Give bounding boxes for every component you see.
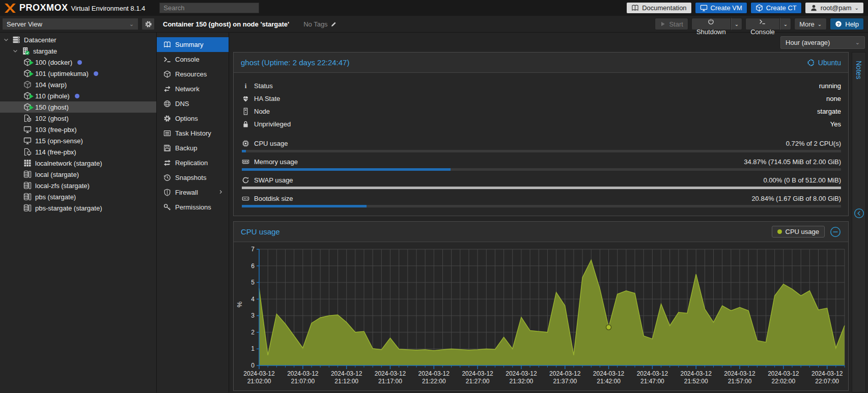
menu-label: Firewall <box>175 189 198 196</box>
power-icon <box>708 18 714 25</box>
search-input[interactable] <box>159 3 259 13</box>
gear-icon <box>145 20 152 28</box>
tree-item-ct-101[interactable]: 101 (uptimekuma) <box>0 68 156 79</box>
tree-item-vm-114-template[interactable]: 114 (free-pbx) <box>0 146 156 158</box>
tree-item-ct-110[interactable]: 110 (pihole) <box>0 90 156 101</box>
time-range-label: Hour (average) <box>786 39 830 46</box>
memory-icon <box>242 158 249 166</box>
proxmox-x-icon <box>4 3 16 13</box>
create-vm-button[interactable]: Create VM <box>695 2 747 14</box>
create-ct-label: Create CT <box>766 4 797 12</box>
tree-item-storage-local[interactable]: local (stargate) <box>0 169 156 180</box>
notes-tab[interactable]: Notes <box>855 56 863 80</box>
tab-task-history[interactable]: Task History <box>157 126 229 141</box>
running-play-icon <box>30 94 34 99</box>
tree-item-localnetwork[interactable]: localnetwork (stargate) <box>0 158 156 169</box>
toolbar: Server View ⌄ Container 150 (ghost) on n… <box>0 16 868 33</box>
svg-text:2024-03-12: 2024-03-12 <box>375 370 406 377</box>
svg-text:2024-03-12: 2024-03-12 <box>593 370 625 377</box>
menu-label: Network <box>175 85 200 93</box>
tree-item-vm-115[interactable]: 115 (opn-sense) <box>0 135 156 146</box>
tree-item-ct-104[interactable]: 104 (warp) <box>0 79 156 90</box>
tree-item-vm-103[interactable]: 103 (free-pbx) <box>0 124 156 135</box>
tree-item-ct-150[interactable]: 150 (ghost) <box>0 101 156 113</box>
tab-backup[interactable]: Backup <box>157 141 229 155</box>
question-icon <box>835 20 842 28</box>
tab-permissions[interactable]: Permissions <box>157 200 229 215</box>
user-menu-button[interactable]: root@pam ⌄ <box>805 2 864 14</box>
help-button[interactable]: Help <box>830 18 864 30</box>
tab-dns[interactable]: DNS <box>157 96 229 111</box>
shutdown-dropdown-button[interactable]: ⌄ <box>731 18 742 30</box>
console-dropdown-button[interactable]: ⌄ <box>780 18 791 30</box>
tree-item-storage-local-zfs[interactable]: local-zfs (stargate) <box>0 180 156 191</box>
tab-snapshots[interactable]: Snapshots <box>157 170 229 185</box>
ha-state-row: HA State none <box>242 92 841 105</box>
row-label: CPU usage <box>254 140 288 147</box>
pencil-icon[interactable] <box>330 21 337 28</box>
tab-options[interactable]: Options <box>157 111 229 126</box>
more-button[interactable]: More ⌄ <box>794 18 827 30</box>
svg-text:21:22:00: 21:22:00 <box>422 378 446 385</box>
server-tower-icon <box>242 108 249 115</box>
lxc-stopped-icon <box>23 81 32 89</box>
vm-stopped-icon <box>23 125 32 134</box>
svg-text:2024-03-12: 2024-03-12 <box>418 370 450 377</box>
tree-item-label: 114 (free-pbx) <box>35 148 76 156</box>
tree-item-label: 101 (uptimekuma) <box>35 70 89 77</box>
status-value: running <box>819 82 841 90</box>
tree-item-storage-pbs[interactable]: pbs (stargate) <box>0 191 156 202</box>
tab-firewall[interactable]: Firewall <box>157 185 229 200</box>
tab-resources[interactable]: Resources <box>157 67 229 82</box>
caret-down-icon[interactable] <box>12 48 18 54</box>
tag-dot <box>75 94 79 98</box>
svg-text:2: 2 <box>251 329 255 336</box>
tree-item-ct-100[interactable]: 100 (docker) <box>0 57 156 68</box>
view-settings-button[interactable] <box>142 18 155 30</box>
tab-summary[interactable]: Summary <box>157 37 229 52</box>
svg-text:22:02:00: 22:02:00 <box>771 378 795 385</box>
swap-arrows-icon <box>163 85 171 93</box>
svg-text:6: 6 <box>251 263 255 270</box>
tree-item-ct-102-template[interactable]: 102 (ghost) <box>0 113 156 124</box>
svg-text:21:02:00: 21:02:00 <box>247 378 271 385</box>
menu-label: Replication <box>175 159 208 167</box>
cpu-icon <box>242 140 249 147</box>
svg-text:2024-03-12: 2024-03-12 <box>637 370 668 377</box>
create-ct-button[interactable]: Create CT <box>750 2 802 14</box>
tab-replication[interactable]: Replication <box>157 155 229 170</box>
start-label: Start <box>669 20 683 28</box>
tab-console[interactable]: Console <box>157 52 229 67</box>
view-mode-select[interactable]: Server View ⌄ <box>2 18 138 30</box>
ubuntu-icon <box>807 59 815 67</box>
chevron-down-icon: ⌄ <box>783 21 788 27</box>
tags-area: No Tags <box>303 20 337 28</box>
storage-icon <box>23 181 32 190</box>
floppy-icon <box>163 144 171 152</box>
tree-item-label: stargate <box>33 47 57 55</box>
cpu-usage-chart[interactable]: 012345672024-03-1221:02:002024-03-1221:0… <box>236 244 850 389</box>
tab-network[interactable]: Network <box>157 82 229 96</box>
start-button[interactable]: Start <box>655 18 688 30</box>
caret-down-icon[interactable] <box>3 37 9 43</box>
tree-item-datacenter[interactable]: Datacenter <box>0 34 156 45</box>
tree-item-label: pbs (stargate) <box>35 193 76 201</box>
tree-item-label: 150 (ghost) <box>35 103 69 111</box>
tree-item-label: Datacenter <box>24 36 57 44</box>
time-range-select[interactable]: Hour (average) ⌄ <box>780 36 865 49</box>
ha-state-value: none <box>826 95 841 102</box>
person-icon <box>810 4 818 12</box>
notes-panel-collapsed: Notes <box>852 52 866 392</box>
tree-item-node-stargate[interactable]: stargate <box>0 45 156 57</box>
bootdisk-row: Bootdisk size 20.84% (1.67 GiB of 8.00 G… <box>242 193 841 207</box>
svg-text:2024-03-12: 2024-03-12 <box>681 370 712 377</box>
documentation-button[interactable]: Documentation <box>626 2 691 14</box>
key-icon <box>163 203 171 211</box>
collapse-chart-icon[interactable] <box>830 226 841 238</box>
chart-legend-button[interactable]: CPU usage <box>772 226 825 238</box>
tree-item-label: 115 (opn-sense) <box>35 137 83 145</box>
tree-item-storage-pbs-stargate[interactable]: pbs-stargate (stargate) <box>0 202 156 214</box>
console-button[interactable]: Console <box>745 18 780 30</box>
shutdown-button[interactable]: Shutdown <box>691 18 731 30</box>
expand-notes-icon[interactable] <box>854 208 864 219</box>
